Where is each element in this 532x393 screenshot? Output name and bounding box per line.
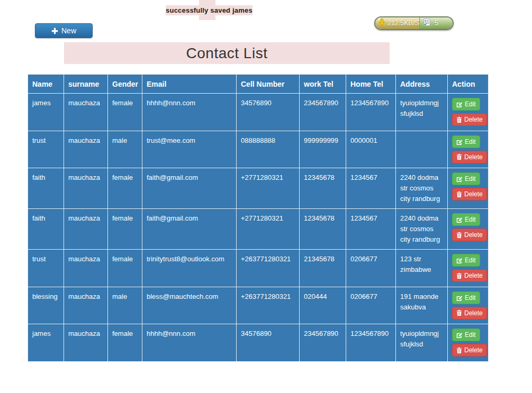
delete-button[interactable]: Delete xyxy=(452,151,487,163)
table-row: jamesmauchazafemalehhhh@nnn.com345768902… xyxy=(28,324,489,362)
column-header-work-tel: work Tel xyxy=(300,75,346,94)
cell-email: trinitytrust8@outlook.com xyxy=(142,250,237,287)
cell-cell: +263771280321 xyxy=(237,287,300,324)
edit-button[interactable]: Edit xyxy=(452,98,480,111)
table-row: faithmauchazafemalefaith@gmail.com+27712… xyxy=(28,168,489,209)
download-count: 5 xyxy=(435,20,438,27)
cell-work-tel: 12345678 xyxy=(300,168,346,209)
edit-button[interactable]: Edit xyxy=(452,328,480,341)
cell-cell: 088888888 xyxy=(237,131,300,168)
cell-gender: female xyxy=(108,250,142,287)
cell-cell: +2771280321 xyxy=(237,168,300,209)
column-header-email: Email xyxy=(142,75,237,94)
cell-email: faith@gmail.com xyxy=(142,168,237,209)
trash-icon xyxy=(456,153,462,160)
cell-address xyxy=(396,131,448,168)
edit-pencil-icon xyxy=(456,176,463,182)
column-header-home-tel: Home Tel xyxy=(346,75,396,94)
cell-email: trust@mee.com xyxy=(142,131,237,168)
document-list-icon xyxy=(423,18,431,29)
cell-surname: mauchaza xyxy=(64,168,108,209)
edit-pencil-icon xyxy=(456,332,463,338)
table-row: trustmauchazafemaletrinitytrust8@outlook… xyxy=(28,250,489,287)
cell-home-tel: 1234567890 xyxy=(346,94,396,131)
cell-address: 2240 dodma str cosmos city randburg xyxy=(396,168,448,209)
cell-work-tel: 234567890 xyxy=(300,324,346,362)
edit-pencil-icon xyxy=(456,216,463,223)
table-row: trustmauchazamaletrust@mee.com0888888889… xyxy=(28,131,489,168)
delete-button[interactable]: Delete xyxy=(452,344,487,357)
column-header-address: Address xyxy=(396,75,448,94)
new-contact-button[interactable]: New xyxy=(35,23,93,38)
cell-name: faith xyxy=(28,209,64,250)
trash-icon xyxy=(456,116,462,123)
delete-button[interactable]: Delete xyxy=(452,229,487,241)
cell-home-tel: 0000001 xyxy=(346,131,396,168)
cell-email: faith@gmail.com xyxy=(142,209,237,250)
cell-email: hhhh@nnn.com xyxy=(142,324,237,362)
edit-button[interactable]: Edit xyxy=(452,254,480,267)
cell-email: hhhh@nnn.com xyxy=(142,94,237,131)
cell-surname: mauchaza xyxy=(64,94,108,131)
cell-actions: EditDelete xyxy=(448,250,489,287)
edit-button[interactable]: Edit xyxy=(452,291,480,304)
cell-address: tyuiopldmngj sfujklsd xyxy=(396,324,448,362)
column-header-action: Action xyxy=(448,75,489,94)
plus-icon xyxy=(51,28,58,34)
delete-button-label: Delete xyxy=(464,231,483,239)
delete-button[interactable]: Delete xyxy=(452,269,487,282)
delete-button-label: Delete xyxy=(464,309,483,317)
edit-pencil-icon xyxy=(456,101,463,107)
trash-icon xyxy=(456,309,462,316)
cell-actions: EditDelete xyxy=(448,209,489,250)
trash-icon xyxy=(456,272,462,279)
edit-button-label: Edit xyxy=(465,331,476,339)
header-row: NamesurnameGenderEmailCell Numberwork Te… xyxy=(28,75,489,94)
edit-button-label: Edit xyxy=(465,100,476,108)
cell-gender: female xyxy=(108,168,142,209)
cell-gender: female xyxy=(108,94,142,131)
cell-home-tel: 1234567 xyxy=(346,168,396,209)
cell-home-tel: 0206677 xyxy=(346,287,396,324)
cell-gender: male xyxy=(108,287,142,324)
download-monitor-badge[interactable]: 212.5KB/S 5 xyxy=(374,16,454,30)
column-header-surname: surname xyxy=(64,75,108,94)
edit-button[interactable]: Edit xyxy=(452,135,480,148)
cell-cell: +263771280321 xyxy=(237,250,300,287)
cell-name: faith xyxy=(28,168,64,209)
cell-email: bless@mauchtech.com xyxy=(142,287,237,324)
cell-home-tel: 1234567 xyxy=(346,209,396,250)
delete-button-label: Delete xyxy=(464,153,483,161)
delete-button-label: Delete xyxy=(464,116,483,123)
table-row: blessingmauchazamalebless@mauchtech.com+… xyxy=(28,287,489,324)
cell-actions: EditDelete xyxy=(448,287,489,324)
cell-gender: female xyxy=(108,324,142,362)
cell-cell: +2771280321 xyxy=(237,209,300,250)
trash-icon xyxy=(456,232,462,239)
cell-actions: EditDelete xyxy=(448,324,489,362)
delete-button[interactable]: Delete xyxy=(452,113,487,126)
column-header-name: Name xyxy=(28,75,64,94)
edit-button-label: Edit xyxy=(465,216,476,223)
table-body: jamesmauchazafemalehhhh@nnn.com345768902… xyxy=(28,94,489,362)
delete-button-label: Delete xyxy=(464,190,483,198)
edit-button[interactable]: Edit xyxy=(452,172,480,185)
cell-cell: 34576890 xyxy=(237,94,300,131)
cell-address: 123 str zimbabwe xyxy=(396,250,448,287)
page: successfully saved james New 212.5KB/S xyxy=(0,0,532,393)
edit-button[interactable]: Edit xyxy=(452,213,480,226)
delete-button[interactable]: Delete xyxy=(452,307,487,319)
trash-icon xyxy=(456,347,462,354)
table-row: jamesmauchazafemalehhhh@nnn.com345768902… xyxy=(28,94,489,131)
cell-name: trust xyxy=(28,131,64,168)
cell-home-tel: 0206677 xyxy=(346,250,396,287)
edit-button-label: Edit xyxy=(465,138,476,145)
column-header-gender: Gender xyxy=(108,75,142,94)
edit-button-label: Edit xyxy=(465,175,476,182)
edit-button-label: Edit xyxy=(465,257,476,264)
cell-work-tel: 12345678 xyxy=(300,209,346,250)
cell-surname: mauchaza xyxy=(64,131,108,168)
edit-button-label: Edit xyxy=(465,294,476,301)
edit-pencil-icon xyxy=(456,257,463,263)
delete-button[interactable]: Delete xyxy=(452,188,487,200)
